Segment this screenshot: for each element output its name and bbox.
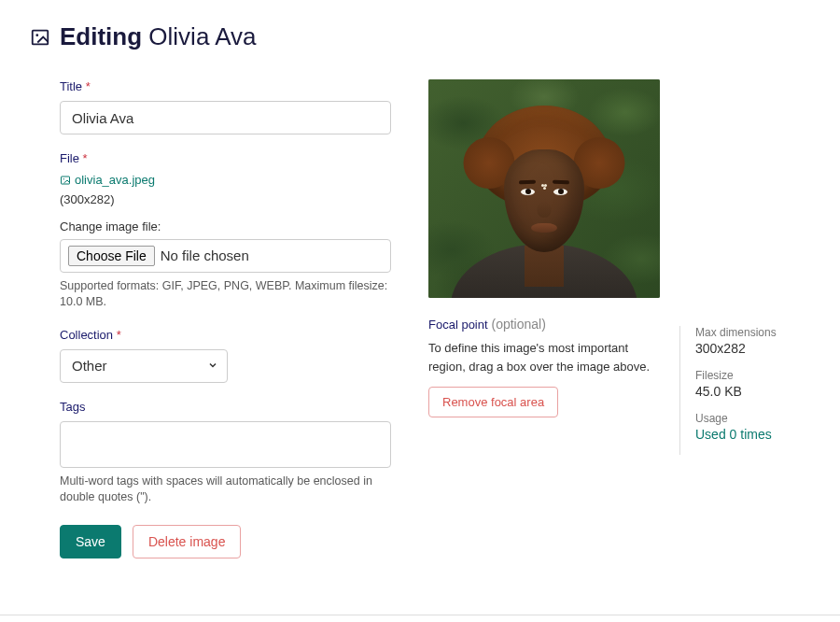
current-file-link[interactable]: olivia_ava.jpeg — [60, 173, 155, 187]
delete-image-button[interactable]: Delete image — [133, 525, 242, 558]
file-help-text: Supported formats: GIF, JPEG, PNG, WEBP.… — [60, 278, 391, 311]
edit-form: Title * File * olivia_ava.jpeg — [60, 79, 391, 558]
file-dimensions: (300x282) — [60, 192, 391, 206]
choose-file-button[interactable]: Choose File — [68, 246, 155, 266]
svg-point-3 — [63, 178, 64, 179]
collection-select[interactable]: Other — [60, 349, 228, 383]
required-marker: * — [117, 328, 121, 342]
image-preview[interactable] — [428, 79, 660, 298]
filesize-label: Filesize — [695, 369, 810, 382]
tags-input[interactable] — [60, 421, 391, 468]
save-button[interactable]: Save — [60, 525, 121, 558]
file-picker[interactable]: Choose File No file chosen — [60, 239, 391, 273]
image-name: Olivia Ava — [148, 22, 256, 50]
focal-point-section: Focal point (optional) To define this im… — [428, 317, 660, 417]
remove-focal-area-button[interactable]: Remove focal area — [428, 387, 558, 417]
image-icon — [60, 175, 71, 186]
change-file-label: Change image file: — [60, 219, 391, 233]
max-dimensions-value: 300x282 — [695, 341, 810, 356]
usage-link[interactable]: Used 0 times — [695, 427, 772, 442]
image-icon — [30, 27, 50, 48]
svg-rect-0 — [33, 30, 49, 44]
tags-label: Tags — [60, 400, 391, 414]
usage-label: Usage — [695, 412, 810, 425]
page-title: Editing Olivia Ava — [60, 22, 256, 51]
svg-rect-2 — [62, 177, 70, 184]
title-field: Title * — [60, 79, 391, 134]
file-label: File * — [60, 151, 391, 165]
tags-field: Tags Multi-word tags with spaces will au… — [60, 400, 391, 506]
title-input[interactable] — [60, 101, 391, 134]
title-label: Title * — [60, 79, 391, 93]
tags-help-text: Multi-word tags with spaces will automat… — [60, 474, 391, 506]
focal-point-description: To define this image's most important re… — [428, 339, 660, 375]
required-marker: * — [86, 79, 91, 93]
image-metadata: Max dimensions 300x282 Filesize 45.0 KB … — [679, 326, 810, 455]
editing-label: Editing — [60, 22, 142, 50]
form-actions: Save Delete image — [60, 525, 391, 558]
max-dimensions-label: Max dimensions — [695, 326, 810, 339]
focal-point-title: Focal point (optional) — [428, 317, 660, 332]
file-field: File * olivia_ava.jpeg (300x282) Change … — [60, 151, 391, 311]
no-file-text: No file chosen — [161, 247, 249, 263]
svg-point-1 — [35, 34, 38, 36]
required-marker: * — [83, 151, 88, 165]
page-header: Editing Olivia Ava — [30, 22, 810, 51]
collection-field: Collection * Other — [60, 328, 391, 383]
collection-label: Collection * — [60, 328, 391, 342]
footer-divider — [0, 615, 840, 615]
filesize-value: 45.0 KB — [695, 384, 810, 399]
